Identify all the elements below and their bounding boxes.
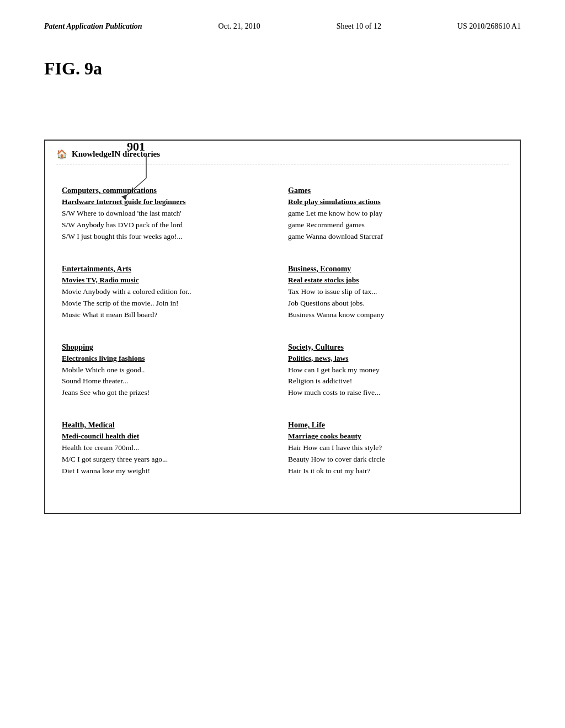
category-subtitle-shopping: Electronics living fashions xyxy=(62,354,271,363)
category-title-shopping: Shopping xyxy=(62,343,271,352)
category-item: Movie The scrip of the movie.. Join in! xyxy=(62,298,271,309)
category-item: Mobile Which one is good.. xyxy=(62,365,271,376)
category-title-computers: Computers, communications xyxy=(62,186,271,195)
category-subtitle-business: Real estate stocks jobs xyxy=(288,276,498,285)
home-icon: 🏠 xyxy=(56,149,67,159)
category-title-entertainments: Entertainments, Arts xyxy=(62,265,271,274)
category-subtitle-homelife: Marriage cooks beauty xyxy=(288,432,498,441)
category-title-business: Business, Economy xyxy=(288,265,498,274)
content-box: 🏠 KnowledgeIN directories Computers, com… xyxy=(44,140,521,514)
category-subtitle-computers: Hardware Internet guide for beginners xyxy=(62,197,271,206)
category-block-health: Health, MedicalMedi-council health dietH… xyxy=(56,413,282,491)
diagram-area: 901 🏠 KnowledgeIN directories Computers,… xyxy=(0,140,565,514)
category-block-computers: Computers, communicationsHardware Intern… xyxy=(56,178,282,256)
figure-title: FIG. 9a xyxy=(0,42,565,90)
category-item: game Recommend games xyxy=(288,220,498,231)
category-title-games: Games xyxy=(288,186,498,195)
page-header: Patent Application Publication Oct. 21, … xyxy=(0,0,565,42)
category-item: Health Ice cream 700ml... xyxy=(62,442,271,454)
category-block-shopping: ShoppingElectronics living fashionsMobil… xyxy=(56,335,282,413)
category-block-entertainments: Entertainments, ArtsMovies TV, Radio mus… xyxy=(56,256,282,335)
category-item: Movie Anybody with a colored edition for… xyxy=(62,286,271,298)
category-item: Hair Is it ok to cut my hair? xyxy=(288,465,498,477)
category-subtitle-society: Politics, news, laws xyxy=(288,354,498,363)
category-item: game Let me know how to play xyxy=(288,208,498,220)
category-subtitle-entertainments: Movies TV, Radio music xyxy=(62,276,271,285)
category-block-games: GamesRole play simulations actionsgame L… xyxy=(282,178,509,256)
category-title-health: Health, Medical xyxy=(62,421,271,430)
date-label: Oct. 21, 2010 xyxy=(218,22,260,31)
knowledge-label: KnowledgeIN directories xyxy=(72,149,160,159)
category-item: Beauty How to cover dark circle xyxy=(288,454,498,465)
categories-grid: Computers, communicationsHardware Intern… xyxy=(56,178,509,491)
category-item: How can I get back my money xyxy=(288,365,498,376)
category-item: Jeans See who got the prizes! xyxy=(62,387,271,399)
category-item: Sound Home theater... xyxy=(62,376,271,387)
category-item: S/W Where to download 'the last match' xyxy=(62,208,271,220)
category-item: Diet I wanna lose my weight! xyxy=(62,465,271,477)
category-item: S/W Anybody has DVD pack of the lord xyxy=(62,220,271,231)
category-item: S/W I just bought this four weeks ago!..… xyxy=(62,231,271,243)
publication-label: Patent Application Publication xyxy=(44,22,142,31)
category-subtitle-games: Role play simulations actions xyxy=(288,197,498,206)
category-item: Tax How to issue slip of tax... xyxy=(288,286,498,298)
category-item: Religion is addictive! xyxy=(288,376,498,387)
category-item: M/C I got surgery three years ago... xyxy=(62,454,271,465)
category-item: game Wanna download Starcraf xyxy=(288,231,498,243)
patent-number: US 2010/268610 A1 xyxy=(457,22,521,31)
category-block-business: Business, EconomyReal estate stocks jobs… xyxy=(282,256,509,335)
knowledge-header: 🏠 KnowledgeIN directories xyxy=(56,149,509,164)
category-item: How much costs to raise five... xyxy=(288,387,498,399)
sheet-label: Sheet 10 of 12 xyxy=(337,22,381,31)
category-item: Business Wanna know company xyxy=(288,309,498,321)
category-block-society: Society, CulturesPolitics, news, lawsHow… xyxy=(282,335,509,413)
category-title-homelife: Home, Life xyxy=(288,421,498,430)
category-block-homelife: Home, LifeMarriage cooks beautyHair How … xyxy=(282,413,509,491)
category-item: Job Questions about jobs. xyxy=(288,298,498,309)
category-item: Music What it mean Bill board? xyxy=(62,309,271,321)
category-subtitle-health: Medi-council health diet xyxy=(62,432,271,441)
category-title-society: Society, Cultures xyxy=(288,343,498,352)
category-item: Hair How can I have this style? xyxy=(288,442,498,454)
